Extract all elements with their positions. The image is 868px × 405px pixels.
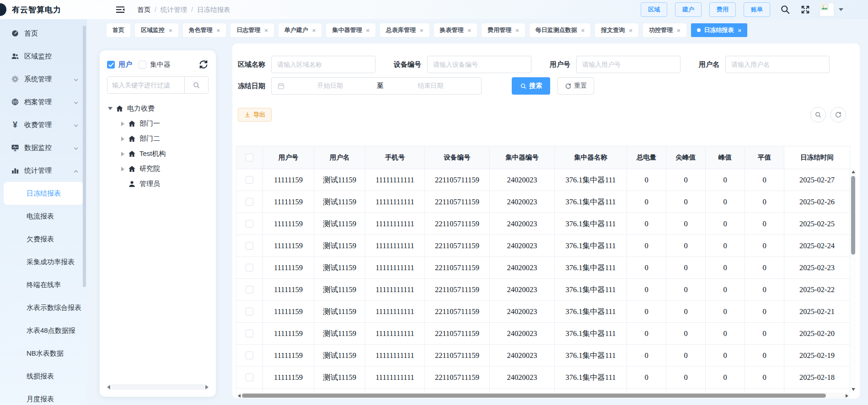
tab-close-icon[interactable]: × (629, 27, 632, 33)
tab-区域监控[interactable]: 区域监控× (135, 23, 178, 37)
tab-close-icon[interactable]: × (420, 27, 423, 33)
sidebar-subitem-水表示数综合报表[interactable]: 水表示数综合报表 (0, 296, 87, 319)
quick-button-create-account[interactable]: 建户 (675, 2, 702, 17)
caret-right-icon[interactable] (119, 152, 126, 156)
sidebar-item-档案管理[interactable]: 档案管理 (0, 91, 87, 113)
table-horizontal-scrollbar[interactable] (236, 393, 850, 399)
scrollbar-track[interactable] (111, 384, 204, 390)
search-button[interactable]: 搜索 (512, 77, 550, 95)
tree-filter-input[interactable] (107, 77, 184, 93)
caret-right-icon[interactable] (119, 167, 126, 171)
tab-close-icon[interactable]: × (217, 27, 220, 33)
tree-horizontal-scrollbar[interactable] (107, 384, 209, 390)
sidebar-subitem-日冻结报表[interactable]: 日冻结报表 (4, 182, 83, 205)
caret-right-icon[interactable] (119, 122, 126, 126)
breadcrumb-section[interactable]: 统计管理 (161, 5, 187, 14)
filter-input-用户号[interactable] (576, 56, 680, 73)
quick-button-fee[interactable]: 费用 (709, 2, 736, 17)
caret-right-icon[interactable] (119, 137, 126, 141)
tab-换表管理[interactable]: 换表管理× (434, 23, 477, 37)
sidebar-subitem-电流报表[interactable]: 电流报表 (0, 205, 87, 228)
date-range-input[interactable]: 开始日期 至 结束日期 (271, 77, 482, 95)
quick-button-bill[interactable]: 账单 (744, 2, 770, 17)
table-refresh-icon[interactable] (830, 107, 846, 123)
sidebar-item-系统管理[interactable]: 系统管理 (0, 68, 87, 91)
sidebar-subitem-NB水表数据[interactable]: NB水表数据 (0, 342, 87, 365)
filter-input-区域名称[interactable] (271, 56, 375, 73)
tab-close-icon[interactable]: × (677, 27, 680, 33)
tree-node-研究院[interactable]: 研究院 (107, 161, 209, 176)
fullscreen-icon[interactable] (800, 5, 810, 15)
tab-close-icon[interactable]: × (515, 27, 519, 33)
breadcrumb-home[interactable]: 首页 (137, 5, 150, 14)
tab-close-icon[interactable]: × (738, 27, 742, 33)
tree-node-管理员[interactable]: 管理员 (107, 176, 209, 192)
tab-首页[interactable]: 首页 (107, 23, 130, 37)
end-date-placeholder[interactable]: 结束日期 (386, 82, 476, 90)
user-checkbox[interactable] (107, 61, 115, 69)
tab-close-icon[interactable]: × (169, 27, 172, 33)
sidebar-subitem-采集成功率报表[interactable]: 采集成功率报表 (0, 250, 87, 273)
tree-node-部门二[interactable]: 部门二 (107, 131, 209, 146)
tab-日志管理[interactable]: 日志管理× (230, 23, 274, 37)
sidebar-item-数据监控[interactable]: 数据监控 (0, 136, 87, 159)
tree-node-部门一[interactable]: 部门一 (107, 116, 209, 131)
sidebar-subitem-线损报表[interactable]: 线损报表 (0, 365, 87, 388)
tree-refresh-icon[interactable] (198, 59, 209, 69)
sidebar-subitem-欠费报表[interactable]: 欠费报表 (0, 228, 87, 250)
scroll-left-icon[interactable] (107, 385, 110, 389)
reset-button[interactable]: 重置 (557, 77, 594, 95)
scroll-left-icon[interactable] (238, 394, 241, 398)
tab-总表库管理[interactable]: 总表库管理× (380, 23, 429, 37)
tree-node-Test机构[interactable]: Test机构 (107, 146, 209, 161)
tab-close-icon[interactable]: × (581, 27, 585, 33)
search-icon[interactable] (780, 5, 790, 15)
tab-功控管理[interactable]: 功控管理× (643, 23, 686, 37)
user-menu-caret-icon[interactable] (839, 8, 843, 11)
sidebar-scrollbar[interactable] (83, 26, 86, 287)
row-checkbox[interactable] (246, 330, 253, 337)
tree-node-电力收费[interactable]: 电力收费 (107, 101, 209, 116)
tab-每日监测点数据[interactable]: 每日监测点数据× (530, 23, 591, 37)
select-all-checkbox[interactable] (246, 154, 253, 161)
start-date-placeholder[interactable]: 开始日期 (285, 82, 375, 90)
row-checkbox[interactable] (246, 220, 253, 228)
tab-角色管理[interactable]: 角色管理× (183, 23, 226, 37)
row-checkbox[interactable] (246, 308, 253, 315)
tab-close-icon[interactable]: × (264, 27, 268, 33)
row-checkbox[interactable] (246, 176, 253, 184)
scroll-up-icon[interactable] (852, 171, 855, 173)
tab-费用管理[interactable]: 费用管理× (482, 23, 525, 37)
scroll-right-icon[interactable] (846, 394, 848, 398)
concentrator-checkbox[interactable] (139, 61, 146, 69)
row-checkbox[interactable] (246, 352, 253, 359)
sidebar-item-统计管理[interactable]: 统计管理 (0, 159, 87, 182)
caret-down-icon[interactable] (107, 107, 113, 110)
user-checkbox-label[interactable]: 用户 (118, 60, 132, 69)
row-checkbox[interactable] (246, 242, 253, 250)
scrollbar-track[interactable] (242, 394, 844, 398)
sidebar-item-首页[interactable]: 首页 (0, 22, 87, 45)
row-checkbox[interactable] (246, 286, 253, 293)
filter-input-设备编号[interactable] (427, 56, 531, 73)
tab-单户建户[interactable]: 单户建户× (279, 23, 322, 37)
row-checkbox[interactable] (246, 198, 253, 206)
tab-集中器管理[interactable]: 集中器管理× (326, 23, 375, 37)
scroll-right-icon[interactable] (205, 385, 209, 389)
avatar[interactable] (820, 3, 834, 16)
scroll-down-icon[interactable] (852, 388, 855, 391)
export-button[interactable]: 导出 (238, 108, 272, 122)
filter-input-用户名[interactable] (725, 56, 830, 73)
tab-日冻结报表[interactable]: 日冻结报表× (691, 23, 748, 37)
sidebar-subitem-终端在线率[interactable]: 终端在线率 (0, 273, 87, 296)
sidebar-item-收费管理[interactable]: ¥收费管理 (0, 113, 87, 136)
tab-close-icon[interactable]: × (468, 27, 472, 33)
tab-close-icon[interactable]: × (312, 27, 316, 33)
concentrator-checkbox-label[interactable]: 集中器 (150, 60, 171, 69)
row-checkbox[interactable] (246, 264, 253, 272)
tree-filter-search-button[interactable] (184, 77, 208, 93)
sidebar-subitem-月度报表[interactable]: 月度报表 (0, 388, 87, 405)
menu-fold-icon[interactable] (115, 5, 125, 15)
table-search-icon[interactable] (810, 107, 826, 123)
quick-button-region[interactable]: 区域 (641, 2, 667, 17)
